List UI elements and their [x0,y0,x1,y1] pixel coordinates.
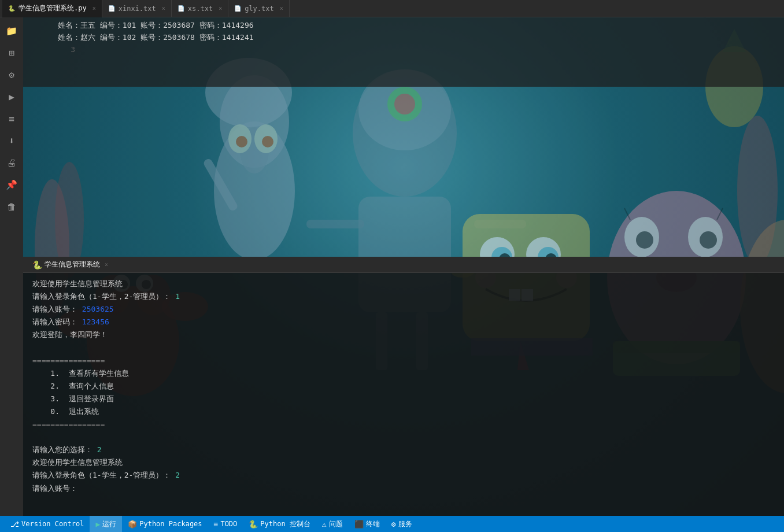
term-line-1: 欢迎使用学生信息管理系统 [32,278,775,290]
tab-bar: 🐍 学生信息管理系统.py × 📄 xinxi.txt × 📄 xs.txt ×… [0,0,784,17]
tab-xinxi[interactable]: 📄 xinxi.txt × [102,0,172,17]
tab-py[interactable]: 🐍 学生信息管理系统.py × [2,0,102,17]
term-line-14: 请输入您的选择： 2 [32,444,775,456]
term-line-15: 欢迎使用学生信息管理系统 [32,456,775,469]
py-file-icon: 🐍 [8,5,15,12]
term-line-12: ================ [32,418,775,431]
txt-file-icon-3: 📄 [234,5,241,12]
term-line-8: 1. 查看所有学生信息 [32,367,775,380]
tab-close-gly[interactable]: × [280,5,283,12]
term-line-7: ================ [32,354,775,367]
main-area: 📁 ⊞ ⚙ ▶ ≡ ⬇ 🖨 📌 🗑 [0,17,784,516]
pin-icon[interactable]: 📌 [3,176,20,193]
file-line-3: 3 [58,44,784,56]
run-tab-bar: 🐍 学生信息管理系统 × [23,257,784,273]
run-config-icon[interactable]: ▶ [3,88,20,105]
delete-icon[interactable]: 🗑 [3,198,20,215]
term-line-5: 欢迎登陆，李四同学！ [32,328,775,341]
structure-icon[interactable]: ⊞ [3,44,20,61]
term-line-4: 请输入密码： 123456 [32,316,775,328]
todo-icon: ≡ [214,520,219,529]
bookmarks-icon[interactable]: ≡ [3,110,20,127]
python-packages-icon: 📦 [128,520,137,529]
term-line-11: 0. 退出系统 [32,405,775,418]
term-line-17: 请输入账号： [32,482,775,495]
term-line-13 [32,431,775,444]
left-sidebar: 📁 ⊞ ⚙ ▶ ≡ ⬇ 🖨 📌 🗑 [0,17,23,516]
file-line-2: 姓名：赵六 编号：102 账号：2503678 密码：1414241 [58,32,784,44]
terminal-content[interactable]: 欢迎使用学生信息管理系统 请输入登录角色（1-学生，2-管理员）： 1 请输入账… [23,273,784,516]
status-bar: ⎇ Version Control ▶ 运行 📦 Python Packages… [0,516,784,532]
term-line-9: 2. 查询个人信息 [32,380,775,393]
content-area: 姓名：王五 编号：101 账号：2503687 密码：1414296 姓名：赵六… [23,17,784,516]
run-tab-main[interactable]: 🐍 学生信息管理系统 × [28,257,113,273]
run-tab-emoji: 🐍 [32,260,42,269]
settings-icon[interactable]: ⚙ [3,66,20,83]
tab-close-xs[interactable]: × [219,5,222,12]
tab-close-py[interactable]: × [93,5,96,12]
status-todo[interactable]: ≡ TODO [208,516,243,532]
status-python-console[interactable]: 🐍 Python 控制台 [243,516,316,532]
arrow-down-icon[interactable]: ⬇ [3,132,20,149]
term-line-3: 请输入账号： 2503625 [32,303,775,316]
txt-file-icon-2: 📄 [177,5,184,12]
file-line-1: 姓名：王五 编号：101 账号：2503687 密码：1414296 [58,20,784,32]
run-tab-close[interactable]: × [105,261,108,268]
terminal-panel: 🐍 学生信息管理系统 × 欢迎使用学生信息管理系统 请输入登录角色（1-学生，2… [23,257,784,516]
status-services[interactable]: ⚙ 服务 [386,516,418,532]
folder-icon[interactable]: 📁 [3,22,20,39]
status-problems[interactable]: ⚠ 问题 [316,516,349,532]
ide-wrapper: 🐍 学生信息管理系统.py × 📄 xinxi.txt × 📄 xs.txt ×… [0,0,784,532]
services-icon: ⚙ [391,520,396,529]
status-run[interactable]: ▶ 运行 [90,516,122,532]
run-icon: ▶ [95,520,100,529]
terminal-icon: ⬛ [354,520,364,529]
tab-gly[interactable]: 📄 gly.txt × [228,0,290,17]
term-line-2: 请输入登录角色（1-学生，2-管理员）： 1 [32,290,775,303]
tab-xs[interactable]: 📄 xs.txt × [172,0,228,17]
status-terminal[interactable]: ⬛ 终端 [349,516,386,532]
editor-panel: 姓名：王五 编号：101 账号：2503687 密码：1414296 姓名：赵六… [23,17,784,516]
version-control-icon: ⎇ [10,520,19,529]
run-tab-label: 学生信息管理系统 [45,260,100,269]
txt-file-icon: 📄 [108,5,115,12]
term-line-10: 3. 退回登录界面 [32,393,775,405]
problems-icon: ⚠ [322,520,327,529]
term-line-6 [32,341,775,354]
tab-close-xinxi[interactable]: × [162,5,165,12]
file-content: 姓名：王五 编号：101 账号：2503687 密码：1414296 姓名：赵六… [23,17,784,87]
status-python-packages[interactable]: 📦 Python Packages [122,516,208,532]
python-console-icon: 🐍 [249,520,258,529]
print-icon[interactable]: 🖨 [3,154,20,171]
status-version-control[interactable]: ⎇ Version Control [5,516,90,532]
term-line-16: 请输入登录角色（1-学生，2-管理员）： 2 [32,469,775,482]
